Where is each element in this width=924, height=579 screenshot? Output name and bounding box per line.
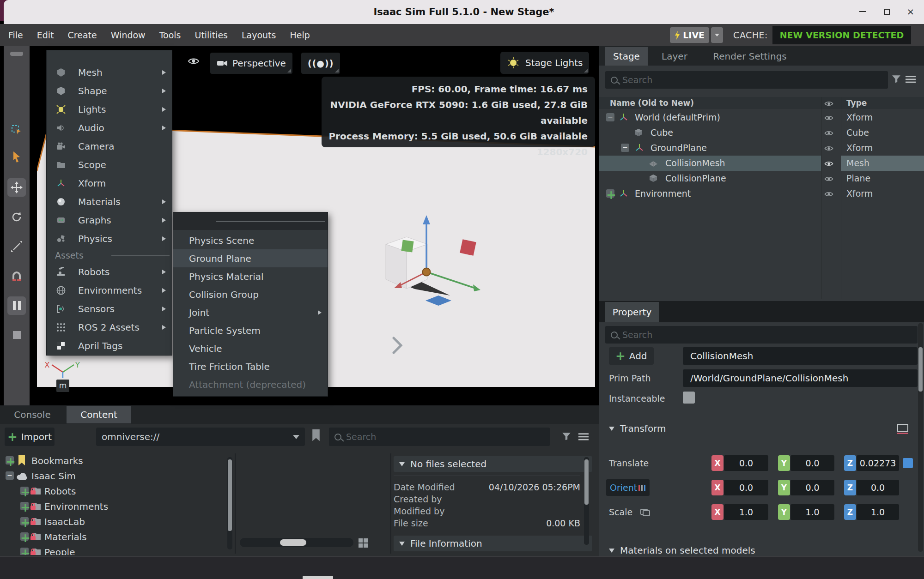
menu-help[interactable]: Help [290, 30, 310, 40]
menu-tools[interactable]: Tools [159, 30, 181, 40]
menu-item-shape[interactable]: Shape [47, 82, 172, 100]
stage-lights-button[interactable]: Stage Lights [500, 52, 589, 74]
menu-item-environments[interactable]: Environments [47, 281, 172, 300]
expand-icon[interactable] [20, 502, 29, 510]
tab-stage[interactable]: Stage [605, 47, 648, 66]
eye-icon[interactable] [824, 175, 833, 184]
tree-item-isaac-sim[interactable]: Isaac Sim [0, 469, 226, 484]
menu-item-materials[interactable]: Materials [47, 193, 172, 211]
eye-icon[interactable] [824, 114, 833, 123]
maximize-button[interactable] [880, 5, 894, 18]
translate-extra-handle[interactable] [903, 458, 913, 468]
options-menu-icon[interactable] [906, 76, 916, 85]
tree-item-bookmarks[interactable]: Bookmarks [0, 453, 226, 469]
menu-item-robots[interactable]: Robots [47, 263, 172, 281]
type-column-header[interactable]: Type [846, 98, 867, 108]
scale-z-value[interactable]: 1.0 [857, 504, 899, 520]
stage-search-field[interactable] [605, 71, 888, 89]
submenu-item-ground-plane[interactable]: Ground Plane [173, 249, 328, 267]
eye-icon[interactable] [824, 129, 833, 138]
pointer-tool-button[interactable] [7, 148, 26, 166]
submenu-item-tire-friction-table[interactable]: Tire Friction Table [173, 357, 328, 375]
prim-name-input[interactable] [690, 350, 918, 362]
slider-thumb[interactable] [280, 539, 306, 546]
path-field[interactable] [96, 428, 305, 446]
name-column-header[interactable]: Name (Old to New) [610, 98, 694, 108]
tree-item-robots[interactable]: Robots [0, 484, 226, 499]
capture-button[interactable]: ((●)) [301, 53, 340, 74]
viewport-visibility-button[interactable] [188, 57, 200, 67]
camera-selector-button[interactable]: Perspective [210, 53, 292, 74]
menu-item-graphs[interactable]: Graphs [47, 211, 172, 229]
property-scrollbar-thumb[interactable] [918, 347, 923, 392]
scale-tool-button[interactable] [7, 237, 26, 256]
translate-z-value[interactable]: 0.02273 [857, 455, 899, 471]
menu-item-camera[interactable]: Camera [47, 137, 172, 156]
property-search-field[interactable] [605, 326, 918, 344]
select-tool-button[interactable] [7, 121, 26, 139]
move-tool-button[interactable] [7, 178, 26, 197]
pause-button[interactable] [7, 296, 26, 315]
tree-item-isaaclab[interactable]: IsaacLab [0, 514, 226, 530]
menu-edit[interactable]: Edit [37, 30, 54, 40]
stage-row-environment[interactable]: Environment Xform [599, 186, 924, 201]
scale-y-value[interactable]: 1.0 [790, 504, 834, 520]
prim-path-field[interactable] [683, 369, 918, 387]
live-sync-button[interactable]: LIVE [670, 27, 709, 43]
stage-row-groundplane[interactable]: GroundPlane Xform [599, 140, 924, 156]
property-search-input[interactable] [622, 330, 918, 340]
expand-icon[interactable] [20, 517, 29, 525]
menu-window[interactable]: Window [111, 30, 146, 40]
menu-create[interactable]: Create [68, 30, 97, 40]
stage-row-collisionmesh-selected[interactable]: CollisionMesh Mesh [599, 156, 924, 171]
import-button[interactable]: + Import [5, 428, 55, 446]
stage-row-collisionplane[interactable]: CollisionPlane Plane [599, 171, 924, 186]
filter-icon[interactable] [892, 75, 901, 85]
menu-item-physics[interactable]: Physics [47, 229, 172, 248]
options-menu-icon[interactable] [578, 433, 589, 442]
instanceable-checkbox[interactable] [683, 392, 695, 404]
add-property-button[interactable]: + Add [609, 347, 654, 365]
collapse-icon[interactable] [6, 471, 14, 480]
tree-item-people[interactable]: People [0, 545, 226, 555]
expand-icon[interactable] [6, 456, 14, 464]
content-search-field[interactable] [329, 428, 550, 446]
version-notice-area[interactable]: NEW VERSION DETECTED [772, 26, 911, 44]
menu-item-mesh[interactable]: Mesh [47, 63, 172, 82]
materials-section-header[interactable]: Materials on selected models [609, 545, 755, 556]
expand-icon[interactable] [20, 487, 29, 495]
rotate-tool-button[interactable] [7, 208, 26, 226]
menu-item-audio[interactable]: Audio [47, 119, 172, 137]
orient-y-value[interactable]: 0.0 [790, 480, 834, 495]
stop-button[interactable] [7, 326, 26, 344]
submenu-item-particle-system[interactable]: Particle System [173, 321, 328, 339]
stage-row-world[interactable]: World (defaultPrim) Xform [599, 110, 924, 125]
menu-utilities[interactable]: Utilities [195, 30, 228, 40]
menu-item-scope[interactable]: Scope [47, 156, 172, 174]
live-dropdown-button[interactable] [711, 27, 723, 43]
tab-layer[interactable]: Layer [652, 47, 697, 66]
stage-row-cube[interactable]: Cube Cube [599, 125, 924, 140]
collapse-icon[interactable] [621, 144, 629, 152]
eye-icon[interactable] [824, 160, 833, 169]
expand-icon[interactable] [606, 189, 614, 198]
menu-item-sensors[interactable]: Sensors [47, 300, 172, 318]
minimize-button[interactable] [856, 5, 869, 18]
menu-item-ros2-assets[interactable]: ROS 2 Assets [47, 318, 172, 337]
transform-section-header[interactable]: Transform [609, 423, 666, 434]
filter-icon[interactable] [562, 432, 571, 442]
collapse-icon[interactable] [606, 113, 614, 121]
tab-content[interactable]: Content [67, 406, 131, 423]
menu-layouts[interactable]: Layouts [242, 30, 276, 40]
file-information-header[interactable]: File Information [394, 536, 592, 551]
grid-view-icon[interactable] [359, 538, 368, 548]
menu-item-april-tags[interactable]: April Tags [47, 337, 172, 355]
chevron-down-icon[interactable] [293, 435, 299, 439]
menu-item-xform[interactable]: Xform [47, 174, 172, 193]
tab-console[interactable]: Console [0, 406, 65, 423]
pane-divider[interactable] [390, 453, 391, 554]
tree-item-environments[interactable]: Environments [0, 499, 226, 514]
submenu-item-joint[interactable]: Joint [173, 303, 328, 321]
menu-file[interactable]: File [8, 30, 23, 40]
orient-label-box[interactable]: Orient [606, 479, 650, 496]
